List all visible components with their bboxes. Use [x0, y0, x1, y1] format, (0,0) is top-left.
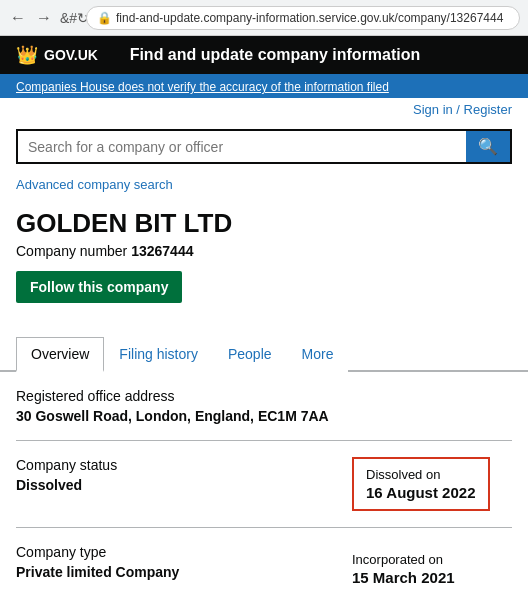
- dissolved-on-value: 16 August 2022: [366, 484, 476, 501]
- browser-chrome: ← → &#↻; 🔒 find-and-update.company-infor…: [0, 0, 528, 36]
- forward-button[interactable]: →: [34, 8, 54, 28]
- company-number-value: 13267444: [131, 243, 193, 259]
- back-button[interactable]: ←: [8, 8, 28, 28]
- tab-people[interactable]: People: [213, 337, 287, 372]
- incorporated-box: Incorporated on 15 March 2021: [352, 544, 512, 594]
- company-status-value: Dissolved: [16, 477, 352, 493]
- divider-1: [16, 440, 512, 441]
- company-type-col: Company type Private limited Company: [16, 544, 352, 594]
- company-name: GOLDEN BIT LTD: [16, 208, 512, 239]
- type-row: Company type Private limited Company Inc…: [16, 544, 512, 594]
- company-number-line: Company number 13267444: [16, 243, 512, 259]
- content-section: Registered office address 30 Goswell Roa…: [0, 372, 528, 600]
- gov-header-title: Find and update company information: [130, 46, 421, 64]
- company-status-label: Company status: [16, 457, 352, 473]
- company-type-value: Private limited Company: [16, 564, 352, 580]
- signin-link[interactable]: Sign in / Register: [413, 102, 512, 117]
- incorporated-on-col: Incorporated on 15 March 2021: [352, 544, 512, 594]
- registered-office-row: Registered office address 30 Goswell Roa…: [16, 388, 512, 424]
- dissolved-on-label: Dissolved on: [366, 467, 476, 482]
- search-section: 🔍: [0, 121, 528, 172]
- status-row: Company status Dissolved Dissolved on 16…: [16, 457, 512, 511]
- gov-logo: 👑 GOV.UK: [16, 44, 98, 66]
- address-bar[interactable]: 🔒 find-and-update.company-information.se…: [86, 6, 520, 30]
- search-box: 🔍: [16, 129, 512, 164]
- company-type-label: Company type: [16, 544, 352, 560]
- refresh-button[interactable]: &#↻;: [60, 8, 80, 28]
- gov-logo-text: GOV.UK: [44, 47, 98, 63]
- search-input[interactable]: [18, 131, 466, 162]
- tabs-section: Overview Filing history People More: [0, 335, 528, 372]
- search-button[interactable]: 🔍: [466, 131, 510, 162]
- company-status-col: Company status Dissolved: [16, 457, 352, 511]
- crown-icon: 👑: [16, 44, 38, 66]
- follow-company-button[interactable]: Follow this company: [16, 271, 182, 303]
- divider-2: [16, 527, 512, 528]
- verify-link[interactable]: Companies House does not verify the accu…: [16, 80, 389, 94]
- tab-more[interactable]: More: [287, 337, 349, 372]
- lock-icon: 🔒: [97, 11, 112, 25]
- company-section: GOLDEN BIT LTD Company number 13267444 F…: [0, 200, 528, 319]
- registered-office-value: 30 Goswell Road, London, England, EC1M 7…: [16, 408, 512, 424]
- advanced-search-link[interactable]: Advanced company search: [16, 177, 173, 192]
- dissolved-on-col: Dissolved on 16 August 2022: [352, 457, 512, 511]
- tab-filing-history[interactable]: Filing history: [104, 337, 213, 372]
- incorporated-on-value: 15 March 2021: [352, 569, 512, 586]
- advanced-search-section: Advanced company search: [0, 172, 528, 200]
- search-icon: 🔍: [478, 138, 498, 155]
- registered-office-label: Registered office address: [16, 388, 512, 404]
- tab-overview[interactable]: Overview: [16, 337, 104, 372]
- company-number-label: Company number: [16, 243, 127, 259]
- signin-bar: Sign in / Register: [0, 98, 528, 121]
- gov-header: 👑 GOV.UK Find and update company informa…: [0, 36, 528, 74]
- incorporated-on-label: Incorporated on: [352, 552, 512, 567]
- url-text: find-and-update.company-information.serv…: [116, 11, 503, 25]
- verify-banner: Companies House does not verify the accu…: [0, 74, 528, 98]
- dissolved-box: Dissolved on 16 August 2022: [352, 457, 490, 511]
